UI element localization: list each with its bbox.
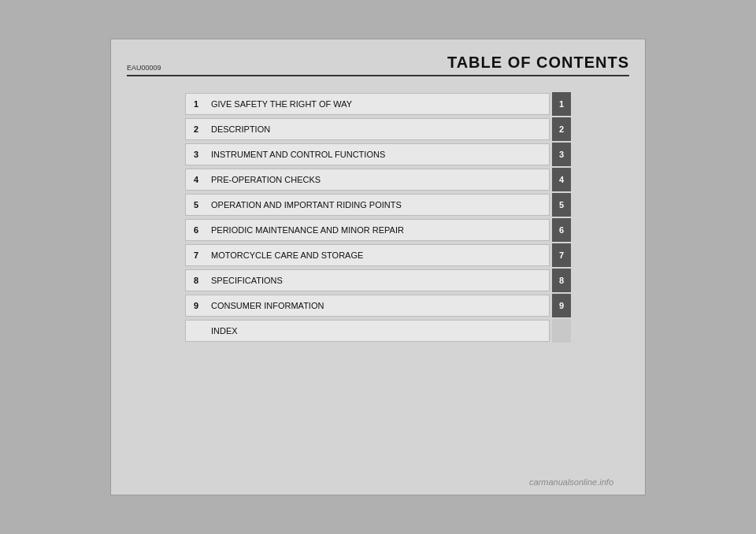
index-label: INDEX [211, 326, 238, 336]
toc-item-num: 7 [194, 250, 205, 260]
page-inner: EAU00009 TABLE OF CONTENTS 1GIVE SAFETY … [111, 39, 645, 495]
toc-item-label: OPERATION AND IMPORTANT RIDING POINTS [211, 200, 402, 210]
toc-item-3[interactable]: 3INSTRUMENT AND CONTROL FUNCTIONS [185, 143, 550, 165]
toc-item-label: CONSUMER INFORMATION [211, 301, 324, 310]
toc-row[interactable]: 4PRE-OPERATION CHECKS4 [185, 168, 571, 191]
toc-item-num: 9 [194, 301, 205, 310]
toc-item-1[interactable]: 1GIVE SAFETY THE RIGHT OF WAY [185, 93, 550, 115]
toc-tab-5: 5 [552, 193, 571, 217]
toc-tab-9: 9 [552, 294, 571, 317]
watermark: carmanualsonline.info [529, 477, 613, 487]
toc-row[interactable]: 7MOTORCYCLE CARE AND STORAGE7 [185, 243, 571, 267]
toc-item-label: SPECIFICATIONS [211, 276, 283, 285]
toc-row[interactable]: 8SPECIFICATIONS8 [185, 269, 571, 292]
toc-item-label: PRE-OPERATION CHECKS [211, 175, 321, 184]
toc-item-num: 3 [194, 150, 205, 159]
toc-item-2[interactable]: 2DESCRIPTION [185, 118, 550, 140]
toc-row[interactable]: 6PERIODIC MAINTENANCE AND MINOR REPAIR6 [185, 218, 571, 242]
toc-item-num: 4 [194, 175, 205, 184]
toc-item-4[interactable]: 4PRE-OPERATION CHECKS [185, 169, 550, 191]
toc-item-7[interactable]: 7MOTORCYCLE CARE AND STORAGE [185, 244, 550, 266]
header-row: EAU00009 TABLE OF CONTENTS [127, 54, 629, 76]
toc-tab-2: 2 [552, 117, 571, 141]
toc-item-6[interactable]: 6PERIODIC MAINTENANCE AND MINOR REPAIR [185, 219, 550, 241]
toc-row[interactable]: 9CONSUMER INFORMATION9 [185, 294, 571, 317]
toc-item-num: 5 [194, 200, 205, 210]
toc-tab-3: 3 [552, 143, 571, 166]
doc-code: EAU00009 [127, 64, 161, 72]
toc-tab-8: 8 [552, 269, 571, 292]
toc-item-label: DESCRIPTION [211, 124, 270, 134]
toc-tab-7: 7 [552, 243, 571, 267]
toc-item-num: 1 [194, 99, 205, 109]
toc-row[interactable]: 3INSTRUMENT AND CONTROL FUNCTIONS3 [185, 143, 571, 166]
toc-tab-1: 1 [552, 92, 571, 116]
toc-index-row: INDEX [185, 319, 571, 343]
toc-item-label: GIVE SAFETY THE RIGHT OF WAY [211, 99, 352, 109]
toc-index-item[interactable]: INDEX [185, 320, 550, 342]
toc-item-9[interactable]: 9CONSUMER INFORMATION [185, 295, 550, 317]
toc-rows: 1GIVE SAFETY THE RIGHT OF WAY12DESCRIPTI… [185, 92, 571, 317]
toc-item-num: 6 [194, 225, 205, 235]
toc-item-8[interactable]: 8SPECIFICATIONS [185, 269, 550, 291]
page-title: TABLE OF CONTENTS [447, 54, 629, 72]
page: EAU00009 TABLE OF CONTENTS 1GIVE SAFETY … [110, 39, 646, 495]
index-tab [552, 319, 571, 343]
toc-row[interactable]: 1GIVE SAFETY THE RIGHT OF WAY1 [185, 92, 571, 116]
toc-item-label: MOTORCYCLE CARE AND STORAGE [211, 250, 363, 260]
toc-tab-4: 4 [552, 168, 571, 191]
toc-item-5[interactable]: 5OPERATION AND IMPORTANT RIDING POINTS [185, 194, 550, 216]
toc-item-label: PERIODIC MAINTENANCE AND MINOR REPAIR [211, 225, 404, 235]
toc-row[interactable]: 2DESCRIPTION2 [185, 117, 571, 141]
toc-row[interactable]: 5OPERATION AND IMPORTANT RIDING POINTS5 [185, 193, 571, 217]
toc-container: 1GIVE SAFETY THE RIGHT OF WAY12DESCRIPTI… [185, 92, 571, 343]
toc-item-num: 2 [194, 124, 205, 134]
toc-item-num: 8 [194, 276, 205, 285]
toc-item-label: INSTRUMENT AND CONTROL FUNCTIONS [211, 150, 385, 159]
toc-tab-6: 6 [552, 218, 571, 242]
